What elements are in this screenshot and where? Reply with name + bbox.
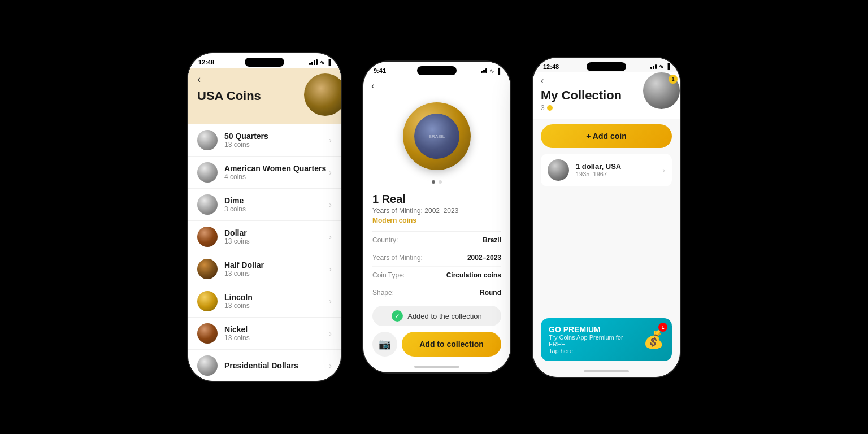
add-coin-button[interactable]: + Add coin — [541, 124, 672, 148]
coin-name: Dime — [224, 196, 329, 205]
coin-avatar — [197, 130, 218, 150]
collection-item[interactable]: 1 dollar, USA 1935–1967 › — [541, 154, 672, 186]
premium-banner[interactable]: GO PREMIUM Try Coins App Premium for FRE… — [541, 318, 672, 361]
status-icons-3: ∿ ▐ — [650, 63, 670, 70]
coin-avatar — [197, 194, 218, 215]
collection-coin-image — [548, 159, 569, 181]
chevron-right-icon: › — [329, 361, 332, 370]
list-item[interactable]: Dime 3 coins › — [188, 189, 341, 221]
signal-icon — [309, 59, 318, 65]
count-number: 3 — [541, 104, 545, 112]
coin-tag[interactable]: Modern coins — [372, 216, 501, 224]
checkmark-icon: ✓ — [392, 310, 403, 322]
chevron-right-icon: › — [329, 136, 332, 145]
add-to-collection-button[interactable]: Add to collection — [402, 332, 501, 357]
battery-icon: ▐ — [327, 59, 331, 66]
spec-value: Round — [480, 289, 501, 297]
coin-specs: Country: Brazil Years of Minting: 2002–2… — [372, 231, 501, 301]
coin-years-label: Years of Minting: 2002–2023 — [372, 207, 501, 215]
list-item[interactable]: Nickel 13 coins › — [188, 318, 341, 350]
list-item[interactable]: 50 Quarters 13 coins › — [188, 124, 341, 157]
spec-label: Country: — [372, 236, 398, 244]
coin-avatar — [197, 291, 218, 311]
chevron-right-icon: › — [329, 232, 332, 241]
signal-icon — [650, 64, 657, 69]
coin-list-header: ‹ USA Coins — [188, 68, 341, 124]
coin-count: 13 coins — [224, 334, 329, 342]
spec-row: Country: Brazil — [372, 232, 501, 249]
wifi-icon: ∿ — [659, 63, 663, 70]
chevron-right-icon: › — [662, 166, 665, 175]
list-item[interactable]: Lincoln 13 coins › — [188, 285, 341, 318]
coin-image-area: BRASIL — [363, 93, 510, 176]
coin-count: 4 coins — [224, 173, 329, 181]
dot-active[interactable] — [432, 180, 435, 184]
coin-inner: BRASIL — [414, 114, 459, 159]
coin-list: 50 Quarters 13 coins › American Women Qu… — [188, 124, 341, 379]
coin-count: 13 coins — [224, 302, 329, 310]
collection-coin-year: 1935–1967 — [576, 171, 662, 177]
premium-text: GO PREMIUM Try Coins App Premium for FRE… — [549, 325, 637, 354]
battery-icon: ▐ — [496, 68, 500, 74]
signal-icon — [481, 68, 487, 73]
coin-count: 3 coins — [224, 205, 329, 213]
coin-info: Half Dollar 13 coins — [224, 261, 329, 277]
coin-avatar — [197, 162, 218, 183]
coin-info: Nickel 13 coins — [224, 325, 329, 342]
gold-dot-icon — [547, 105, 553, 111]
coin-name: Half Dollar — [224, 261, 329, 270]
premium-line1: Try Coins App Premium for FREE — [549, 334, 637, 348]
phone-3: 12:48 ∿ ▐ ‹ My Collection 3 1 — [533, 58, 680, 377]
status-bar-3: 12:48 ∿ ▐ — [533, 58, 680, 72]
coin-info: Lincoln 13 coins — [224, 293, 329, 310]
status-icons-2: ∿ ▐ — [481, 68, 500, 74]
coin-avatar — [197, 323, 218, 344]
wifi-icon: ∿ — [320, 59, 324, 66]
coin-main-image: BRASIL — [403, 102, 471, 170]
phone-2: 9:41 ∿ ▐ ‹ BRASIL — [363, 62, 510, 372]
years-label: Years of Minting: — [372, 207, 423, 215]
list-item[interactable]: Dollar 13 coins › — [188, 221, 341, 253]
status-icons-1: ∿ ▐ — [309, 59, 331, 66]
coin-avatar — [197, 227, 218, 247]
dot-inactive[interactable] — [439, 180, 442, 184]
list-item[interactable]: Presidential Dollars › — [188, 350, 341, 379]
status-bar-1: 12:48 ∿ ▐ — [188, 53, 341, 68]
back-button-2[interactable]: ‹ — [371, 81, 374, 91]
notch-2 — [417, 66, 457, 75]
back-button-3[interactable]: ‹ — [541, 76, 544, 85]
list-item[interactable]: American Women Quarters 4 coins › — [188, 157, 341, 189]
image-dots — [363, 180, 510, 184]
coin-info: American Women Quarters 4 coins — [224, 164, 329, 181]
spec-row: Shape: Round — [372, 284, 501, 301]
collection-header: ‹ My Collection 3 1 — [533, 72, 680, 119]
coin-name: Lincoln — [224, 293, 329, 302]
camera-button[interactable]: 📷 — [372, 332, 397, 357]
header-coin-image — [298, 68, 341, 119]
list-item[interactable]: Half Dollar 13 coins › — [188, 253, 341, 285]
chevron-right-icon: › — [329, 297, 332, 306]
chevron-right-icon: › — [329, 200, 332, 209]
spec-label: Years of Minting: — [372, 254, 423, 262]
coin-count: 13 coins — [224, 270, 329, 277]
bottom-actions: 📷 Add to collection — [363, 329, 510, 366]
header-thumb-area: 1 — [643, 72, 680, 109]
premium-icon: 💰 — [643, 329, 664, 349]
coin-detail-body: 1 Real Years of Minting: 2002–2023 Moder… — [363, 188, 510, 301]
header-coin-circle — [304, 73, 341, 116]
premium-notification: 1 — [658, 323, 667, 332]
premium-line2: Tap here — [549, 348, 637, 354]
chevron-right-icon: › — [329, 264, 332, 274]
coin-avatar — [197, 355, 218, 376]
notification-badge: 1 — [669, 75, 678, 84]
spec-value: 2002–2023 — [467, 254, 501, 262]
spec-row: Years of Minting: 2002–2023 — [372, 249, 501, 267]
spacer — [533, 191, 680, 314]
coin-name-heading: 1 Real — [372, 193, 501, 206]
phone-1: 12:48 ∿ ▐ ‹ USA Coins — [188, 53, 341, 381]
spec-value: Brazil — [483, 236, 501, 244]
chevron-right-icon: › — [329, 168, 332, 177]
coin-name: Presidential Dollars — [224, 361, 329, 370]
coin-name: Dollar — [224, 228, 329, 237]
battery-icon: ▐ — [666, 63, 670, 70]
